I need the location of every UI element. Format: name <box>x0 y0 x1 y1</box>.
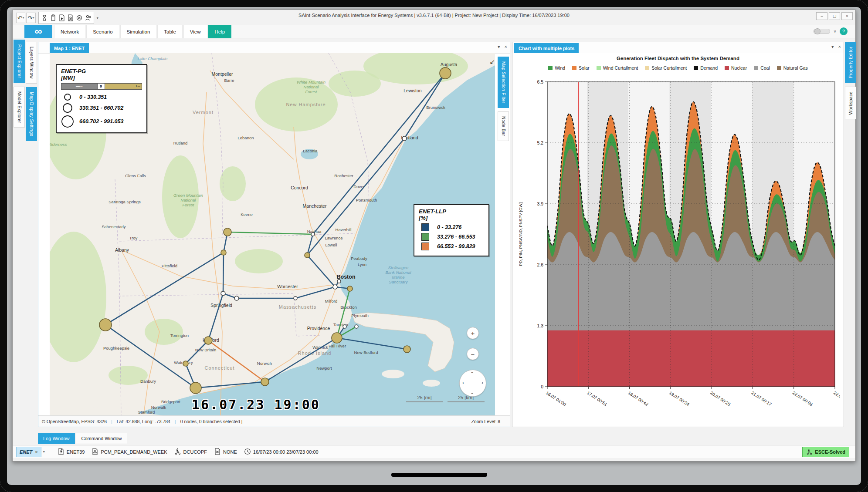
sidebar-tab-project-explorer[interactable]: Project Explorer <box>14 40 25 83</box>
svg-text:Connecticut: Connecticut <box>204 365 234 371</box>
network-tab-dropdown-icon[interactable]: ▾ <box>43 450 45 454</box>
legend-item-demand: Demand <box>694 65 718 71</box>
svg-text:5.2: 5.2 <box>537 140 543 145</box>
zoom-slider[interactable] <box>814 29 830 34</box>
close-button[interactable]: × <box>841 12 853 20</box>
node-remove-icon[interactable] <box>75 13 84 22</box>
svg-text:17.07 00:51: 17.07 00:51 <box>586 390 608 407</box>
network-tab-close-icon[interactable]: × <box>35 449 37 455</box>
map-legend-llp: ENET-LLP[%] 0 - 33.27633.276 - 66.55366.… <box>414 204 489 256</box>
svg-text:25 [mi]: 25 [mi] <box>417 395 431 400</box>
redo-button[interactable]: ↷▾ <box>26 13 35 23</box>
svg-text:Bank National: Bank National <box>385 270 411 275</box>
map-dropdown-icon[interactable]: ▾ <box>498 44 500 50</box>
svg-text:Boston: Boston <box>336 274 355 280</box>
doc-network-icon <box>92 448 98 456</box>
svg-text:Torrington: Torrington <box>170 333 189 338</box>
status-item-lightning-network[interactable]: DCUCOPF <box>174 448 207 456</box>
status-item-clock[interactable]: 16/07/23 00:00 23/07/23 00:00 <box>244 448 319 456</box>
status-item-doc-network[interactable]: PCM_PEAK_DEMAND_WEEK <box>92 448 167 456</box>
undo-button[interactable]: ↶▾ <box>16 13 25 23</box>
legend-pg-row: 660.702 - 991.053 <box>61 115 146 128</box>
legend-llp-row: 66.553 - 99.829 <box>419 243 488 250</box>
right-tab-property-editor[interactable]: Property Editor <box>845 42 856 83</box>
svg-text:National: National <box>181 198 197 202</box>
doc-run-icon[interactable] <box>58 13 66 22</box>
lightning-network-icon <box>174 448 181 456</box>
maximize-button[interactable]: ▢ <box>829 12 840 20</box>
map-panel: Map 1 : ENET ▾ × MontpelierBarreAugustaL… <box>38 42 510 427</box>
svg-text:Haverhill: Haverhill <box>336 227 352 232</box>
ribbon-tab-help[interactable]: Help <box>208 25 232 38</box>
ribbon-tab-view[interactable]: View <box>183 25 207 38</box>
chart-close-icon[interactable]: × <box>838 44 841 50</box>
svg-text:Saratoga Springs: Saratoga Springs <box>108 199 141 204</box>
sidebar-tab-layers-window[interactable]: Layers Window <box>26 42 37 84</box>
user-remove-icon[interactable] <box>84 13 92 22</box>
map-expand-icon[interactable]: ↙ <box>489 58 495 66</box>
app-statusbar: ENET × ▾ ENET39PCM_PEAK_DEMAND_WEEKDCUCO… <box>13 445 855 458</box>
sidebar-tab-model-explorer[interactable]: Model Explorer <box>14 87 25 128</box>
right-tabstrip: Property EditorWorkspace <box>845 42 856 119</box>
svg-text:New Britain: New Britain <box>195 347 217 352</box>
toolbar-icon-group <box>38 12 94 24</box>
map-pan-control[interactable]: ‹ › ⌃ ⌄ <box>459 370 486 397</box>
toolbar-more-icon[interactable]: ▾ <box>97 16 98 20</box>
screen: SAInt-Scenario Analysis Interface for En… <box>0 0 868 492</box>
redo-dropdown-icon[interactable]: ▾ <box>33 16 34 20</box>
map-zoom-out-button[interactable]: − <box>467 348 479 360</box>
paste-icon[interactable] <box>49 13 58 22</box>
tab-command-window[interactable]: Command Window <box>76 433 128 444</box>
sidebar-tab-map-display-settings[interactable]: Map Display Settings <box>26 87 37 141</box>
legend-item-coal: Coal <box>754 65 770 71</box>
ribbon-tab-table[interactable]: Table <box>157 25 183 38</box>
svg-text:Schenectady: Schenectady <box>102 224 126 229</box>
map-close-icon[interactable]: × <box>505 44 507 50</box>
svg-text:Barre: Barre <box>224 78 234 83</box>
svg-text:Troy: Troy <box>129 236 138 240</box>
svg-text:Massachusetts: Massachusetts <box>279 304 316 310</box>
map-side-tab-node-bar[interactable]: Node Bar <box>498 111 509 141</box>
help-bubble-icon[interactable]: ? <box>840 27 848 35</box>
map-zoom-in-button[interactable]: + <box>467 327 479 339</box>
status-item-doc-lightning[interactable]: ENET39 <box>58 448 85 456</box>
chart-plot[interactable]: 01.32.63.95.26.516.07 01:0017.07 00:5118… <box>515 76 840 426</box>
doc-user-icon[interactable] <box>66 13 75 22</box>
chart-panel-header: Chart with multiple plots ▾ × <box>512 42 844 54</box>
ribbon-tab-network[interactable]: Network <box>54 25 85 38</box>
chart-tab[interactable]: Chart with multiple plots <box>514 43 579 53</box>
svg-text:Norwalk: Norwalk <box>151 405 166 410</box>
pan-right-icon[interactable]: › <box>481 380 483 386</box>
svg-text:PD, PIN, PNSWIND, PNSPV [GW]: PD, PIN, PNSWIND, PNSPV [GW] <box>518 202 523 266</box>
ribbon-tab-simulation[interactable]: Simulation <box>120 25 157 38</box>
chevron-down-icon[interactable]: ˅ <box>834 29 836 34</box>
bottom-tabs: Log Window Command Window <box>38 433 127 444</box>
zoom-slider-knob[interactable] <box>814 28 821 34</box>
doc-cross-icon <box>214 448 221 456</box>
svg-text:Lawrence: Lawrence <box>325 236 342 240</box>
undo-dropdown-icon[interactable]: ▾ <box>23 16 24 20</box>
svg-text:Portsmouth: Portsmouth <box>356 198 377 202</box>
pan-left-icon[interactable]: ‹ <box>462 380 464 386</box>
left-tabstrip-outer: Project ExplorerModel Explorer <box>14 40 25 128</box>
map-side-tab-map-selection-filter[interactable]: Map Selection Filter <box>498 57 509 108</box>
svg-text:16.07 01:00: 16.07 01:00 <box>545 390 567 407</box>
legend-pg-colorbar: —∞ 0 +∞ <box>61 83 142 90</box>
svg-text:Bridgeport: Bridgeport <box>161 399 180 404</box>
status-item-doc-cross[interactable]: NONE <box>214 448 237 456</box>
hourglass-icon[interactable] <box>40 13 49 22</box>
app-logo[interactable]: ∞ <box>24 25 52 38</box>
network-tab[interactable]: ENET × <box>16 447 41 457</box>
pan-down-icon[interactable]: ⌄ <box>470 390 474 395</box>
legend-item-solar: Solar <box>572 65 590 71</box>
map-tab[interactable]: Map 1 : ENET <box>50 43 89 53</box>
chart-body: Generation Fleet Dispatch with the Syste… <box>512 53 844 427</box>
tab-log-window[interactable]: Log Window <box>38 433 75 444</box>
map-side-tabstrip: Map Selection FilterNode Bar <box>498 57 509 141</box>
right-tab-workspace[interactable]: Workspace <box>845 87 856 119</box>
legend-item-solar-curtailment: Solar Curtailment <box>645 65 687 71</box>
ribbon-tab-scenario[interactable]: Scenario <box>86 25 119 38</box>
minimize-button[interactable]: – <box>816 12 827 20</box>
chart-dropdown-icon[interactable]: ▾ <box>831 44 834 50</box>
pan-up-icon[interactable]: ⌃ <box>470 371 474 377</box>
